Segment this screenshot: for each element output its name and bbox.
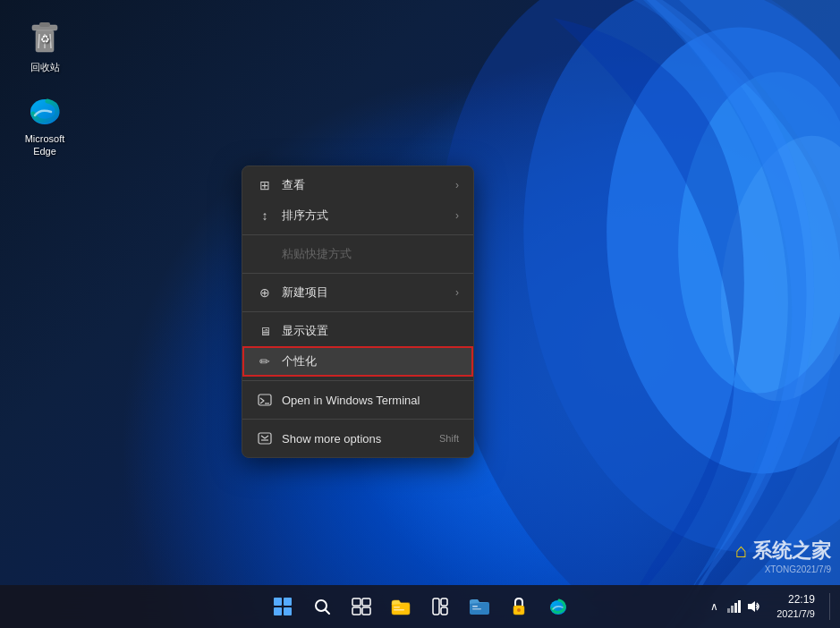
paste-shortcut-icon bbox=[257, 246, 273, 262]
menu-item-personalize[interactable]: ✏ 个性化 bbox=[242, 346, 473, 377]
clock-date: 2021/7/9 bbox=[776, 607, 815, 621]
edge-label: Microsoft Edge bbox=[17, 132, 72, 158]
recycle-bin-label: 回收站 bbox=[30, 61, 60, 73]
svg-marker-39 bbox=[748, 601, 755, 612]
svg-text:♻: ♻ bbox=[40, 33, 50, 46]
start-button[interactable] bbox=[265, 589, 301, 624]
watermark: ⌂ 系统之家 XTONG2021/7/9 bbox=[735, 538, 831, 574]
menu-item-display[interactable]: 🖥 显示设置 bbox=[242, 316, 473, 346]
display-icon: 🖥 bbox=[257, 323, 273, 339]
svg-rect-38 bbox=[738, 600, 741, 613]
svg-rect-21 bbox=[352, 607, 361, 615]
task-view-button[interactable] bbox=[344, 589, 379, 624]
svg-line-9 bbox=[50, 34, 51, 48]
clock[interactable]: 22:19 2021/7/9 bbox=[769, 589, 822, 624]
edge-taskbar-button[interactable] bbox=[540, 589, 576, 624]
new-label: 新建项目 bbox=[282, 284, 446, 301]
svg-rect-37 bbox=[734, 603, 737, 613]
sort-label: 排序方式 bbox=[282, 208, 446, 224]
separator-5 bbox=[242, 419, 473, 420]
tray-chevron[interactable]: ∧ bbox=[705, 598, 723, 615]
svg-rect-31 bbox=[472, 608, 481, 610]
menu-item-terminal[interactable]: Open in Windows Terminal bbox=[242, 385, 473, 415]
svg-rect-19 bbox=[352, 598, 361, 606]
separator-4 bbox=[242, 380, 473, 381]
more-options-label: Show more options bbox=[282, 432, 430, 446]
svg-rect-10 bbox=[39, 22, 50, 27]
new-icon: ⊕ bbox=[257, 284, 273, 301]
svg-point-33 bbox=[517, 608, 521, 612]
context-menu: ⊞ 查看 › ↕ 排序方式 › 粘贴快捷方式 ⊕ 新建项目 › 🖥 显示设置 bbox=[242, 165, 474, 458]
view-arrow: › bbox=[455, 179, 459, 191]
file-explorer-button[interactable] bbox=[383, 589, 419, 624]
windows-logo bbox=[274, 598, 292, 615]
separator-1 bbox=[242, 234, 473, 235]
system-tray: ∧ bbox=[705, 598, 762, 615]
paste-shortcut-label: 粘贴快捷方式 bbox=[282, 246, 459, 262]
separator-3 bbox=[242, 311, 473, 312]
menu-item-more-options[interactable]: Show more options Shift bbox=[242, 423, 473, 454]
edge-image bbox=[27, 93, 63, 129]
separator-2 bbox=[242, 273, 473, 274]
svg-rect-30 bbox=[472, 606, 478, 607]
clock-time: 22:19 bbox=[776, 592, 815, 607]
desktop: ♻ 回收站 Mi bbox=[0, 0, 840, 628]
new-arrow: › bbox=[455, 286, 459, 299]
view-icon: ⊞ bbox=[257, 177, 273, 193]
recycle-bin-icon[interactable]: ♻ 回收站 bbox=[13, 18, 76, 77]
menu-item-paste-shortcut[interactable]: 粘贴快捷方式 bbox=[242, 239, 473, 269]
personalize-label: 个性化 bbox=[282, 353, 459, 369]
tray-network[interactable] bbox=[725, 598, 742, 615]
menu-item-new[interactable]: ⊕ 新建项目 › bbox=[242, 277, 473, 308]
show-desktop[interactable] bbox=[829, 593, 833, 620]
view-label: 查看 bbox=[282, 177, 446, 193]
folder-button[interactable] bbox=[462, 589, 497, 624]
more-options-shortcut: Shift bbox=[439, 433, 459, 444]
svg-rect-28 bbox=[441, 607, 447, 615]
svg-rect-23 bbox=[392, 603, 410, 615]
edge-icon[interactable]: Microsoft Edge bbox=[13, 89, 76, 162]
svg-rect-27 bbox=[441, 598, 447, 606]
taskbar: ∧ 22:19 bbox=[0, 585, 840, 628]
menu-item-view[interactable]: ⊞ 查看 › bbox=[242, 170, 473, 200]
panel-button[interactable] bbox=[422, 589, 458, 624]
watermark-url: XTONG2021/7/9 bbox=[735, 564, 831, 574]
lock-button[interactable] bbox=[501, 589, 537, 624]
svg-rect-36 bbox=[731, 606, 734, 613]
svg-rect-25 bbox=[394, 609, 404, 611]
svg-rect-26 bbox=[433, 598, 439, 615]
sort-icon: ↕ bbox=[257, 208, 273, 224]
tray-volume[interactable] bbox=[744, 598, 762, 615]
personalize-icon: ✏ bbox=[257, 353, 273, 369]
svg-rect-35 bbox=[727, 608, 730, 613]
svg-line-18 bbox=[325, 610, 329, 615]
recycle-bin-image: ♻ bbox=[27, 21, 63, 57]
more-options-icon bbox=[257, 430, 273, 446]
terminal-label: Open in Windows Terminal bbox=[282, 394, 459, 407]
svg-rect-22 bbox=[362, 607, 370, 615]
terminal-icon bbox=[257, 392, 273, 408]
menu-item-sort[interactable]: ↕ 排序方式 › bbox=[242, 200, 473, 231]
taskbar-right: ∧ 22:19 bbox=[705, 585, 840, 628]
display-label: 显示设置 bbox=[282, 323, 459, 339]
sort-arrow: › bbox=[455, 209, 459, 222]
svg-rect-24 bbox=[394, 607, 400, 608]
svg-rect-20 bbox=[362, 598, 370, 606]
search-button[interactable] bbox=[304, 589, 340, 624]
brand-logo: ⌂ 系统之家 bbox=[735, 538, 831, 564]
